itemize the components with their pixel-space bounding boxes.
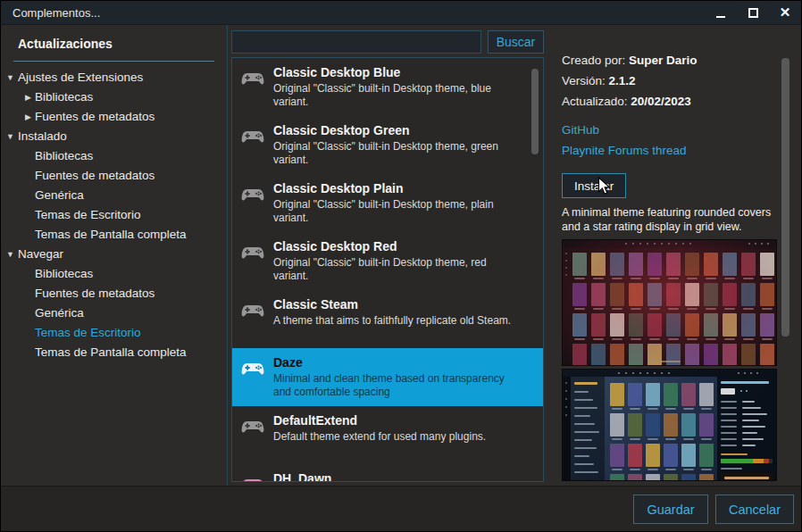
screenshot-detail xyxy=(741,283,756,306)
screenshot-detail xyxy=(721,438,737,440)
screenshot-detail xyxy=(760,283,774,306)
screenshot-detail xyxy=(683,469,694,470)
screenshot-detail xyxy=(740,390,742,392)
screenshot-detail xyxy=(610,383,624,406)
screenshot-detail xyxy=(742,426,765,428)
screenshot-detail xyxy=(591,344,606,366)
sidebar-tree-item[interactable]: Fuentes de metadatos xyxy=(1,284,227,303)
screenshot-detail xyxy=(743,338,754,340)
maximize-button[interactable] xyxy=(737,1,769,24)
addon-list-item[interactable]: Classic Desktop GreenOriginal "Classic" … xyxy=(232,116,543,174)
screenshot-detail xyxy=(664,474,678,481)
screenshot-detail xyxy=(574,399,593,401)
close-button[interactable]: ✕ xyxy=(769,1,801,24)
screenshot-detail xyxy=(742,445,756,446)
addon-list-item[interactable]: Classic Desktop BlueOriginal "Classic" b… xyxy=(232,58,543,116)
screenshot-detail xyxy=(738,372,739,374)
sidebar-tree-item[interactable]: ▼Instalado xyxy=(1,127,227,146)
sidebar-tree-item[interactable]: Bibliotecas xyxy=(1,146,227,166)
minimize-icon xyxy=(716,16,725,18)
screenshot-detail xyxy=(704,253,718,276)
screenshot-detail xyxy=(753,459,764,463)
screenshot-detail xyxy=(687,278,698,279)
addon-list-item[interactable]: Classic Desktop PlainOriginal "Classic" … xyxy=(232,174,543,232)
screenshot-detail xyxy=(574,447,597,449)
screenshot-detail xyxy=(574,463,594,465)
gamepad-icon xyxy=(239,128,266,149)
screenshot-detail xyxy=(646,383,660,406)
screenshot-detail xyxy=(762,278,773,279)
addon-list-scrollbar[interactable] xyxy=(531,69,539,154)
screenshot-detail xyxy=(682,243,684,245)
created-by-label: Creado por: xyxy=(562,54,625,67)
screenshot-detail xyxy=(618,372,620,374)
sidebar-tree-item[interactable]: Fuentes de metadatos xyxy=(1,166,227,186)
screenshot-detail xyxy=(661,243,663,245)
screenshot-detail xyxy=(683,438,694,440)
screenshot-detail xyxy=(654,372,656,374)
screenshot-detail xyxy=(610,413,624,436)
screenshot-detail xyxy=(721,459,773,463)
sidebar-tree-item[interactable]: Temas de Escritorio xyxy=(1,205,227,225)
addon-name: DH_Dawn xyxy=(273,471,530,482)
gamepad-icon xyxy=(239,476,266,482)
addon-list-item[interactable]: DH_Dawn xyxy=(232,464,543,482)
screenshot-detail xyxy=(760,344,774,366)
version-label: Versión: xyxy=(562,74,606,87)
chevron-down-icon: ▼ xyxy=(6,68,14,87)
screenshot-detail xyxy=(647,344,662,366)
sidebar-tree-item-label: Fuentes de metadatos xyxy=(1,166,227,186)
screenshot-detail xyxy=(741,344,756,366)
addon-list-item[interactable]: Classic SteamA theme that aims to faithf… xyxy=(232,290,543,348)
sidebar-tree-item-label: Bibliotecas xyxy=(1,87,227,107)
sidebar-tree-item[interactable]: Temas de Pantalla completa xyxy=(1,343,227,362)
sidebar-tree-item[interactable]: Temas de Escritorio xyxy=(1,323,227,343)
sidebar-tree-item[interactable]: ▶Bibliotecas xyxy=(1,87,227,107)
screenshot-detail xyxy=(723,253,737,276)
sidebar-tree-item-label: Temas de Pantalla completa xyxy=(1,225,227,245)
screenshot-detail xyxy=(565,260,567,262)
addon-list-item[interactable]: DefaultExtendDefault theme extend for us… xyxy=(232,406,543,464)
sidebar-tree-item[interactable]: Temas de Pantalla completa xyxy=(1,225,227,245)
screenshot-detail xyxy=(612,278,622,279)
screenshot-detail xyxy=(612,438,622,440)
screenshot-detail xyxy=(687,308,698,310)
screenshot-detail xyxy=(723,283,737,306)
screenshot-detail xyxy=(610,444,624,467)
sidebar-tree-item[interactable]: ▼Ajustes de Extensiones xyxy=(1,68,227,87)
screenshot-detail xyxy=(701,438,712,440)
chevron-right-icon: ▶ xyxy=(25,87,31,107)
screenshot-detail xyxy=(574,338,585,340)
screenshot-detail xyxy=(574,439,592,441)
screenshot-detail xyxy=(630,469,640,470)
install-button[interactable]: Instalar xyxy=(562,173,626,198)
screenshot-detail xyxy=(746,390,748,392)
sidebar-tree-item[interactable]: ▶Fuentes de metadatos xyxy=(1,107,227,127)
addon-name: Classic Desktop Green xyxy=(273,123,530,137)
screenshot-detail xyxy=(685,313,699,337)
cancel-button[interactable]: Cancelar xyxy=(715,495,794,524)
sidebar-tree-item[interactable]: Genérica xyxy=(1,303,227,323)
screenshot-detail xyxy=(744,372,746,374)
gamepad-icon xyxy=(239,186,266,207)
addon-list-item[interactable]: DazeMinimal and clean theme based on tra… xyxy=(232,348,543,406)
detail-panel-scrollbar[interactable] xyxy=(781,58,789,337)
sidebar-tree-item[interactable]: ▼Navegar xyxy=(1,245,227,264)
addon-name: Daze xyxy=(273,355,530,370)
search-button[interactable]: Buscar xyxy=(488,30,544,54)
addon-list-item[interactable]: Classic Desktop RedOriginal "Classic" bu… xyxy=(232,232,543,290)
screenshot-detail xyxy=(593,338,604,340)
github-link[interactable]: GitHub xyxy=(562,123,599,137)
window-title: Complementos... xyxy=(1,6,100,20)
screenshot-detail xyxy=(706,308,716,310)
version-value: 2.1.2 xyxy=(609,74,636,87)
sidebar-tree-item[interactable]: Genérica xyxy=(1,186,227,205)
forums-link[interactable]: Playnite Forums thread xyxy=(562,144,687,157)
save-button[interactable]: Guardar xyxy=(633,495,708,524)
minimize-button[interactable] xyxy=(705,1,737,24)
sidebar-tree-item[interactable]: Bibliotecas xyxy=(1,264,227,284)
sidebar-item-updates[interactable]: Actualizaciones xyxy=(18,37,227,51)
theme-screenshot-details-view xyxy=(562,369,777,481)
search-input[interactable] xyxy=(231,30,481,54)
screenshot-detail xyxy=(701,408,712,410)
